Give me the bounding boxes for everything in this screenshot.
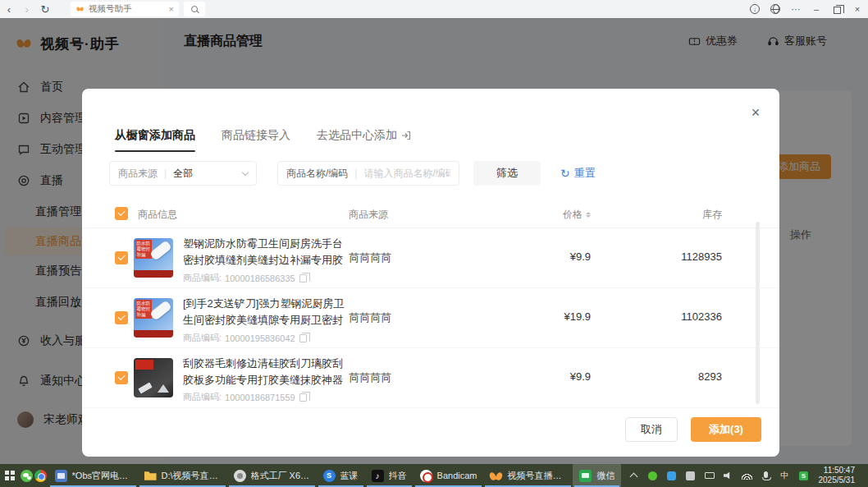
wechat-icon xyxy=(21,470,33,482)
tab-selection-center[interactable]: 去选品中心添加 xyxy=(317,128,411,152)
contacts-icon[interactable] xyxy=(685,470,697,481)
thumb-art xyxy=(158,384,169,393)
forward-icon[interactable]: › xyxy=(18,3,36,16)
volume-icon[interactable] xyxy=(723,470,734,481)
taskbar-apps: *Obs官网电脑...D:\视频号直播...格式工厂 X64 ...S蓝课♪抖音… xyxy=(48,464,622,487)
divider: | xyxy=(354,168,357,179)
bandicam-icon xyxy=(420,470,432,482)
restore-icon[interactable] xyxy=(829,2,844,16)
name-search-label: 商品名称/编码 xyxy=(286,167,348,181)
clock-time: 11:50:47 xyxy=(819,466,856,476)
taskbar-app-label: 视频号直播伴侣 xyxy=(507,470,566,482)
close-icon[interactable]: × xyxy=(850,2,865,16)
taskbar-wechat-button[interactable] xyxy=(20,464,34,487)
product-list: 防水防霉密封补漏塑钢泥防水防霉卫生间厨房洗手台密封胶填缝剂美缝封边补漏专用胶15… xyxy=(82,228,779,408)
reset-button[interactable]: ↻ 重置 xyxy=(560,166,596,181)
sogou-icon[interactable]: S xyxy=(798,470,810,481)
taskbar-app-formatfactory[interactable]: 格式工厂 X64 ... xyxy=(227,464,317,487)
tab-title: 视频号助手 xyxy=(89,3,165,15)
name-search-input[interactable] xyxy=(363,168,450,179)
row-checkbox[interactable] xyxy=(115,311,128,324)
taskbar-app-douyin[interactable]: ♪抖音 xyxy=(365,464,413,487)
taskbar-app-wechat-win[interactable]: 微信 xyxy=(573,464,621,487)
search-button[interactable] xyxy=(184,2,205,16)
filter-row: 商品来源 | 全部 商品名称/编码 | 筛选 ↻ 重置 xyxy=(82,161,779,186)
product-code-label: 商品编码: xyxy=(183,391,222,403)
external-link-icon xyxy=(401,131,411,140)
scrollbar-thumb[interactable] xyxy=(756,222,760,404)
system-tray: 中S 11:50:47 2025/5/31 xyxy=(622,464,868,487)
globe-icon[interactable] xyxy=(768,2,783,16)
source-select-label: 商品来源 xyxy=(118,167,158,181)
taskbar: *Obs官网电脑...D:\视频号直播...格式工厂 X64 ...S蓝课♪抖音… xyxy=(0,464,868,487)
wechat-icon[interactable] xyxy=(647,470,659,481)
thumb-art xyxy=(134,330,173,338)
product-code-label: 商品编码: xyxy=(183,272,222,284)
filter-button[interactable]: 筛选 xyxy=(473,161,541,186)
add-product-modal: × 从橱窗添加商品 商品链接导入 去选品中心添加 商品来源 | 全部 商品名称/… xyxy=(82,89,779,457)
ime-indicator[interactable]: 中 xyxy=(779,470,791,481)
taskbar-app-folder[interactable]: D:\视频号直播... xyxy=(138,464,227,487)
copy-icon[interactable] xyxy=(299,393,307,402)
divider: | xyxy=(164,168,167,179)
confirm-add-button[interactable]: 添加(3) xyxy=(691,417,761,442)
tab-import-by-link[interactable]: 商品链接导入 xyxy=(222,128,290,152)
back-icon[interactable]: ‹ xyxy=(0,3,18,16)
product-source: 苘苘苘苘 xyxy=(349,310,391,325)
product-source: 苘苘苘苘 xyxy=(349,370,391,385)
product-title[interactable]: [到手2支送铲刀]强力塑钢泥厨房卫生间密封胶美缝填隙专用厨卫密封胶150M... xyxy=(183,296,347,329)
browser-tab[interactable]: 视频号助手 × xyxy=(71,2,179,16)
row-checkbox[interactable] xyxy=(115,371,128,384)
reload-icon[interactable]: ↻ xyxy=(36,3,54,16)
taskbar-app-channels[interactable]: 视频号直播伴侣 xyxy=(483,464,573,487)
taskbar-chrome-button[interactable] xyxy=(34,464,48,487)
search-icon xyxy=(191,6,198,12)
product-code-value: 10000186586335 xyxy=(225,273,295,283)
row-checkbox[interactable] xyxy=(115,251,128,264)
product-source: 苘苘苘苘 xyxy=(349,250,391,265)
product-price: ¥9.9 xyxy=(492,250,591,263)
folder-icon xyxy=(144,470,157,482)
messenger-icon[interactable] xyxy=(666,470,678,481)
tab-add-from-showcase[interactable]: 从橱窗添加商品 xyxy=(115,128,195,152)
taskbar-app-lanke[interactable]: S蓝课 xyxy=(317,464,365,487)
product-code: 商品编码:10000195836042 xyxy=(183,332,347,344)
taskbar-clock[interactable]: 11:50:47 2025/5/31 xyxy=(817,466,862,486)
source-select[interactable]: 商品来源 | 全部 xyxy=(109,161,257,186)
header-stock: 库存 xyxy=(607,208,722,222)
product-title[interactable]: 塑钢泥防水防霉卫生间厨房洗手台密封胶填缝剂美缝封边补漏专用胶150ml... xyxy=(183,236,347,269)
modal-close-icon[interactable]: × xyxy=(747,103,765,122)
taskbar-app-label: 微信 xyxy=(596,470,614,482)
download-icon[interactable]: ↓ xyxy=(747,2,762,16)
battery-icon[interactable] xyxy=(704,470,715,481)
taskbar-app-bandicam[interactable]: Bandicam xyxy=(413,464,484,487)
taskbar-app-obs[interactable]: *Obs官网电脑... xyxy=(48,464,138,487)
chevron-up-icon[interactable] xyxy=(628,470,640,481)
microphone-icon[interactable] xyxy=(761,470,772,481)
tab-close-icon[interactable]: × xyxy=(169,4,174,14)
copy-icon[interactable] xyxy=(299,334,307,342)
product-title[interactable]: 刮胶器毛刺修边清硅胶刮刀璃胶刮胶板多功能专用打胶美缝抹胶神器 xyxy=(183,356,347,388)
header-price[interactable]: 价格 xyxy=(492,208,591,222)
taskbar-app-label: *Obs官网电脑... xyxy=(72,470,131,482)
product-code: 商品编码:10000186871559 xyxy=(183,391,347,403)
tab-label: 商品链接导入 xyxy=(222,128,290,143)
product-code: 商品编码:10000186586335 xyxy=(183,272,347,284)
reset-icon: ↻ xyxy=(560,167,570,180)
sort-icon xyxy=(586,209,591,220)
menu-ellipsis-icon[interactable]: ⋯ xyxy=(788,2,803,16)
network-icon[interactable] xyxy=(742,470,753,481)
cancel-button[interactable]: 取消 xyxy=(625,417,678,442)
select-all-checkbox[interactable] xyxy=(115,207,128,220)
channels-favicon xyxy=(75,5,85,14)
product-info: 刮胶器毛刺修边清硅胶刮刀璃胶刮胶板多功能专用打胶美缝抹胶神器商品编码:10000… xyxy=(183,356,347,403)
thumb-art xyxy=(134,270,173,278)
start-button[interactable] xyxy=(0,464,20,487)
minimize-icon[interactable]: – xyxy=(809,2,824,16)
thumb-art xyxy=(138,382,152,393)
table-header: 商品信息 商品来源 价格 库存 xyxy=(82,204,779,228)
tray-icons: 中S xyxy=(628,470,810,481)
browser-toolbar: ‹ › ↻ 视频号助手 × ↓ ⋯ – × xyxy=(0,0,868,18)
reset-label: 重置 xyxy=(574,166,596,181)
copy-icon[interactable] xyxy=(299,274,307,283)
